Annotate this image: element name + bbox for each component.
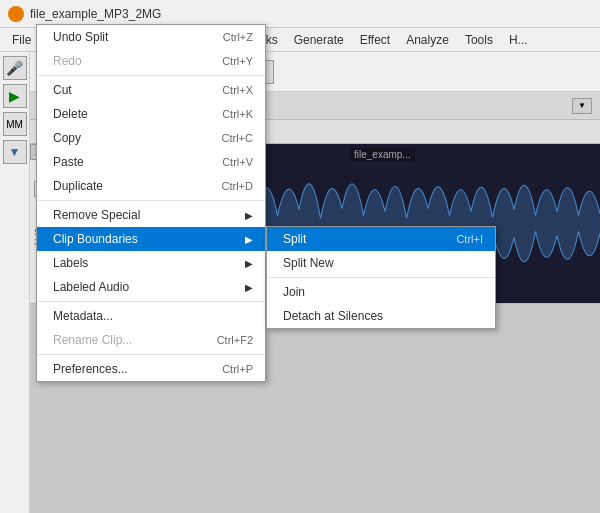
mic-button[interactable]: 🎤 (3, 56, 27, 80)
edit-divider4 (37, 354, 265, 355)
edit-remove-special[interactable]: Remove Special ▶ (37, 203, 265, 227)
clip-split[interactable]: Split Ctrl+I (267, 227, 495, 251)
menu-generate[interactable]: Generate (286, 29, 352, 51)
clip-join[interactable]: Join (267, 280, 495, 304)
edit-redo[interactable]: Redo Ctrl+Y (37, 49, 265, 73)
edit-divider3 (37, 301, 265, 302)
edit-metadata[interactable]: Metadata... (37, 304, 265, 328)
menu-effect[interactable]: Effect (352, 29, 398, 51)
edit-divider1 (37, 75, 265, 76)
edit-rename-clip[interactable]: Rename Clip... Ctrl+F2 (37, 328, 265, 352)
remove-special-arrow: ▶ (245, 210, 253, 221)
edit-delete[interactable]: Delete Ctrl+K (37, 102, 265, 126)
app-icon (8, 6, 24, 22)
edit-labels[interactable]: Labels ▶ (37, 251, 265, 275)
menu-analyze[interactable]: Analyze (398, 29, 457, 51)
edit-clip-boundaries[interactable]: Clip Boundaries ▶ (37, 227, 265, 251)
left-toolbar: 🎤 ▶ MM ▼ (0, 52, 30, 513)
edit-divider2 (37, 200, 265, 201)
down-arrow-button[interactable]: ▼ (3, 140, 27, 164)
play-button[interactable]: ▶ (3, 84, 27, 108)
clip-detach-silences[interactable]: Detach at Silences (267, 304, 495, 328)
clip-divider1 (267, 277, 495, 278)
edit-duplicate[interactable]: Duplicate Ctrl+D (37, 174, 265, 198)
clip-boundaries-arrow: ▶ (245, 234, 253, 245)
dropdown-button[interactable]: ▼ (572, 98, 592, 114)
edit-menu[interactable]: Undo Split Ctrl+Z Redo Ctrl+Y Cut Ctrl+X… (36, 24, 266, 382)
loop-button[interactable]: MM (3, 112, 27, 136)
edit-preferences[interactable]: Preferences... Ctrl+P (37, 357, 265, 381)
clip-split-new[interactable]: Split New (267, 251, 495, 275)
menu-help[interactable]: H... (501, 29, 536, 51)
labels-arrow: ▶ (245, 258, 253, 269)
waveform-label2: file_examp... (350, 148, 415, 161)
edit-undo-split[interactable]: Undo Split Ctrl+Z (37, 25, 265, 49)
labeled-audio-arrow: ▶ (245, 282, 253, 293)
clip-boundaries-submenu[interactable]: Split Ctrl+I Split New Join Detach at Si… (266, 226, 496, 329)
edit-labeled-audio[interactable]: Labeled Audio ▶ (37, 275, 265, 299)
edit-cut[interactable]: Cut Ctrl+X (37, 78, 265, 102)
window-title: file_example_MP3_2MG (30, 7, 161, 21)
edit-copy[interactable]: Copy Ctrl+C (37, 126, 265, 150)
edit-paste[interactable]: Paste Ctrl+V (37, 150, 265, 174)
menu-tools[interactable]: Tools (457, 29, 501, 51)
menu-file[interactable]: File (4, 29, 39, 51)
